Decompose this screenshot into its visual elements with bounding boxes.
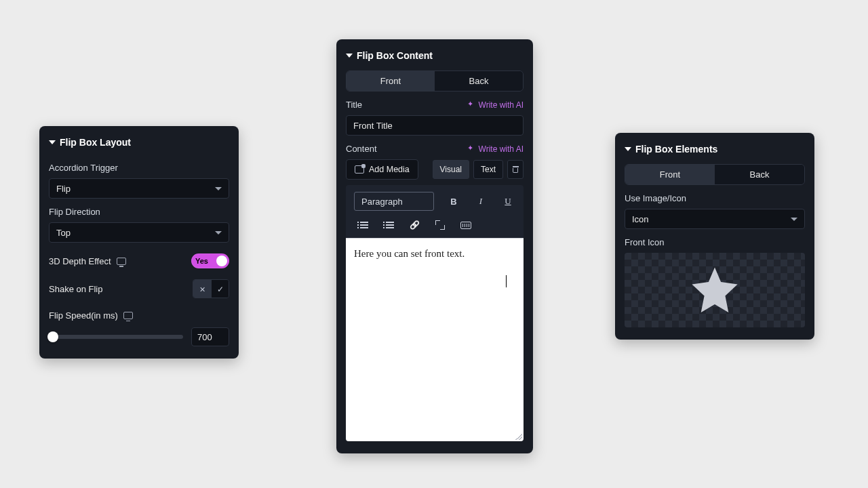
add-media-button[interactable]: Add Media xyxy=(346,159,418,180)
underline-button[interactable]: U xyxy=(500,194,515,209)
panel-title: Flip Box Layout xyxy=(60,137,131,148)
responsive-icon[interactable] xyxy=(123,312,133,319)
paragraph-format-select[interactable]: Paragraph xyxy=(354,192,434,211)
italic-button[interactable]: I xyxy=(473,194,488,209)
insert-link-button[interactable] xyxy=(407,218,422,232)
tab-front[interactable]: Front xyxy=(625,165,715,184)
use-image-icon-label: Use Image/Icon xyxy=(625,193,805,203)
shake-on-flip-label: Shake on Flip xyxy=(49,284,103,294)
panel-header-layout[interactable]: Flip Box Layout xyxy=(49,133,229,155)
responsive-icon[interactable] xyxy=(117,258,126,265)
flip-box-elements-panel: Flip Box Elements Front Back Use Image/I… xyxy=(615,133,814,340)
depth-effect-toggle[interactable]: Yes xyxy=(191,253,229,268)
link-icon xyxy=(410,220,420,230)
flip-speed-input[interactable] xyxy=(191,327,229,346)
flip-speed-label: Flip Speed(in ms) xyxy=(49,310,118,321)
front-back-tabs: Front Back xyxy=(346,70,524,92)
expand-icon xyxy=(435,220,445,230)
caret-down-icon xyxy=(346,54,353,58)
accordion-trigger-label: Accordion Trigger xyxy=(49,163,229,173)
front-back-tabs: Front Back xyxy=(625,164,805,185)
editor-canvas[interactable]: Here you can set front text. xyxy=(346,238,524,441)
title-input[interactable] xyxy=(346,115,524,136)
editor-clear-button[interactable] xyxy=(507,160,524,179)
content-field-label: Content xyxy=(346,144,377,154)
panel-header-elements[interactable]: Flip Box Elements xyxy=(625,140,805,161)
toggle-on-label: Yes xyxy=(195,257,208,265)
star-icon xyxy=(691,266,738,314)
accordion-trigger-select[interactable]: Flip xyxy=(49,178,229,199)
editor-content-text: Here you can set front text. xyxy=(354,248,465,259)
keyboard-shortcuts-button[interactable] xyxy=(458,218,473,232)
title-field-label: Title xyxy=(346,100,362,110)
bold-button[interactable]: B xyxy=(446,194,461,209)
accordion-trigger-value: Flip xyxy=(56,184,71,194)
sparkle-icon xyxy=(467,101,475,109)
front-icon-picker[interactable] xyxy=(625,253,805,327)
editor-mode-text[interactable]: Text xyxy=(473,160,503,179)
slider-thumb[interactable] xyxy=(47,331,58,342)
flip-box-layout-panel: Flip Box Layout Accordion Trigger Flip F… xyxy=(39,126,239,359)
keyboard-icon xyxy=(460,222,471,229)
fullscreen-button[interactable] xyxy=(433,218,448,232)
depth-effect-label: 3D Depth Effect xyxy=(49,256,111,266)
editor-mode-visual[interactable]: Visual xyxy=(433,160,469,179)
unordered-list-button[interactable] xyxy=(355,218,370,232)
x-icon xyxy=(199,284,205,294)
resize-handle[interactable] xyxy=(515,433,522,440)
panel-header-content[interactable]: Flip Box Content xyxy=(346,46,524,68)
ordered-list-button[interactable] xyxy=(381,218,396,232)
flip-direction-value: Top xyxy=(56,228,71,238)
sparkle-icon xyxy=(467,145,475,153)
use-image-icon-select[interactable]: Icon xyxy=(625,209,805,229)
media-icon xyxy=(355,165,364,174)
chevron-down-icon xyxy=(215,187,222,190)
flip-speed-slider[interactable] xyxy=(49,335,183,339)
editor-toolbar: Paragraph B I U xyxy=(346,185,524,238)
shake-on-button[interactable] xyxy=(211,280,229,298)
trash-icon xyxy=(513,166,519,173)
numbered-list-icon xyxy=(383,221,394,229)
panel-title: Flip Box Content xyxy=(357,50,433,61)
caret-down-icon xyxy=(625,147,631,151)
write-with-ai-link[interactable]: Write with AI xyxy=(467,100,524,110)
bullet-list-icon xyxy=(357,221,368,229)
caret-down-icon xyxy=(49,140,56,144)
flip-direction-select[interactable]: Top xyxy=(49,222,229,243)
tab-back[interactable]: Back xyxy=(715,165,804,184)
flip-box-content-panel: Flip Box Content Front Back Title Write … xyxy=(336,39,533,453)
shake-off-button[interactable] xyxy=(193,280,211,298)
use-image-icon-value: Icon xyxy=(632,214,649,224)
front-icon-label: Front Icon xyxy=(625,237,805,247)
check-icon xyxy=(217,284,224,294)
text-caret-icon xyxy=(506,275,507,287)
chevron-down-icon xyxy=(215,231,222,235)
panel-title: Flip Box Elements xyxy=(635,144,717,155)
flip-direction-label: Flip Direction xyxy=(49,207,229,217)
tab-front[interactable]: Front xyxy=(347,71,435,91)
chevron-down-icon xyxy=(791,218,797,221)
shake-on-flip-control xyxy=(193,279,229,298)
write-with-ai-link[interactable]: Write with AI xyxy=(467,144,524,154)
tab-back[interactable]: Back xyxy=(435,71,523,91)
toggle-knob xyxy=(216,256,227,266)
